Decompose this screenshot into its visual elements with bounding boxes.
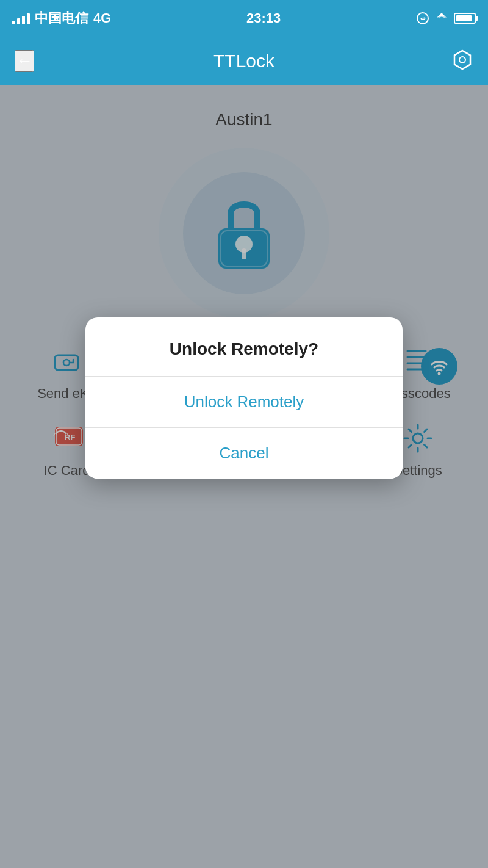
modal-title: Unlock Remotely?: [85, 317, 403, 376]
battery-icon: [454, 13, 476, 24]
confirm-unlock-button[interactable]: Unlock Remotely: [85, 377, 403, 427]
header-title: TTLock: [214, 51, 274, 71]
battery-fill: [456, 15, 472, 21]
hex-settings-icon: [451, 49, 473, 71]
svg-point-2: [459, 57, 465, 63]
network-label: 4G: [93, 10, 111, 26]
carrier-label: 中国电信: [35, 9, 88, 27]
cancel-button[interactable]: Cancel: [85, 428, 403, 479]
app-header: ← TTLock: [0, 37, 488, 85]
unlock-remotely-modal: Unlock Remotely? Unlock Remotely Cancel: [85, 317, 403, 479]
back-button[interactable]: ←: [15, 50, 34, 72]
main-content: Austin1: [0, 85, 488, 868]
settings-hex-button[interactable]: [451, 49, 473, 73]
status-right: ⇔: [416, 12, 476, 25]
signal-bars-icon: [12, 12, 30, 24]
svg-text:⇔: ⇔: [420, 15, 426, 22]
status-left: 中国电信 4G: [12, 9, 111, 27]
time-label: 23:13: [246, 10, 281, 26]
location-icon: [436, 12, 448, 25]
modal-overlay: Unlock Remotely? Unlock Remotely Cancel: [0, 85, 488, 868]
status-bar: 中国电信 4G 23:13 ⇔: [0, 0, 488, 37]
orientation-lock-icon: ⇔: [416, 12, 429, 25]
